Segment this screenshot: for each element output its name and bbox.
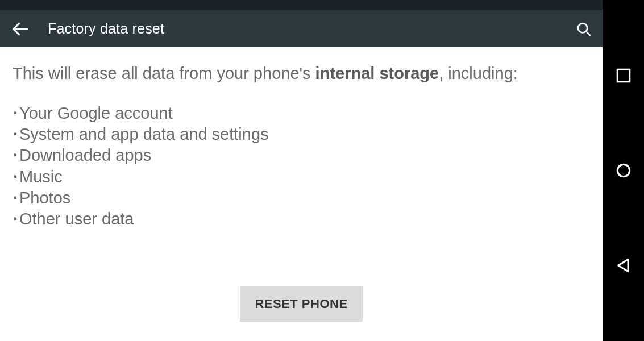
list-item-label: Music <box>19 167 63 188</box>
erase-list: ·Your Google account ·System and app dat… <box>13 103 590 230</box>
list-item: ·Your Google account <box>13 103 590 124</box>
svg-marker-5 <box>618 259 628 271</box>
list-item: ·System and app data and settings <box>13 124 590 145</box>
list-item: ·Downloaded apps <box>13 145 590 166</box>
status-bar <box>0 0 603 10</box>
intro-prefix: This will erase all data from your phone… <box>13 64 315 82</box>
app-bar: Factory data reset <box>0 10 603 47</box>
svg-rect-3 <box>617 70 629 82</box>
list-item-label: Your Google account <box>19 103 173 124</box>
search-icon[interactable] <box>575 20 592 38</box>
list-item-label: System and app data and settings <box>19 124 269 145</box>
intro-suffix: , including: <box>439 64 518 82</box>
svg-point-4 <box>617 164 629 176</box>
page-title: Factory data reset <box>48 20 557 37</box>
back-arrow-icon[interactable] <box>10 19 30 39</box>
list-item: ·Other user data <box>13 209 590 230</box>
recent-apps-icon[interactable] <box>614 66 633 85</box>
screen-content: Factory data reset This will erase all d… <box>0 0 603 341</box>
home-icon[interactable] <box>614 161 633 180</box>
list-item: ·Music <box>13 167 590 188</box>
system-nav-bar <box>603 0 644 341</box>
intro-text: This will erase all data from your phone… <box>13 63 590 84</box>
content-area: This will erase all data from your phone… <box>0 47 603 341</box>
list-item: ·Photos <box>13 188 590 209</box>
list-item-label: Downloaded apps <box>19 145 151 166</box>
list-item-label: Other user data <box>19 209 134 230</box>
svg-line-2 <box>586 31 590 35</box>
back-nav-icon[interactable] <box>614 256 633 275</box>
reset-phone-button[interactable]: RESET PHONE <box>240 286 362 322</box>
intro-bold: internal storage <box>315 64 439 82</box>
button-row: RESET PHONE <box>13 286 590 330</box>
list-item-label: Photos <box>19 188 70 209</box>
